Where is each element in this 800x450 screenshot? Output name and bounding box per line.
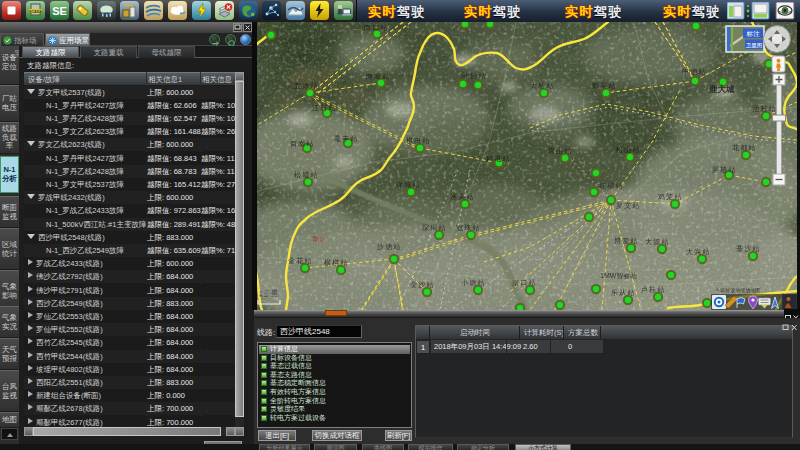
svg-text:金沙站: 金沙站 <box>410 281 435 289</box>
svg-text:松山站: 松山站 <box>616 146 641 154</box>
svg-text:罗格站: 罗格站 <box>712 166 737 174</box>
svg-text:甲池站: 甲池站 <box>682 68 707 76</box>
svg-text:保城站: 保城站 <box>396 181 421 189</box>
svg-text:乐从站: 乐从站 <box>611 289 636 297</box>
svg-text:鹅寨站: 鹅寨站 <box>592 81 617 90</box>
svg-text:金花站: 金花站 <box>288 257 313 265</box>
svg-text:横棋站: 横棋站 <box>324 259 349 267</box>
svg-text:洲美站: 洲美站 <box>450 193 475 201</box>
svg-text:叶协站: 叶协站 <box>462 72 487 80</box>
svg-text:博爱站: 博爱站 <box>614 237 639 245</box>
svg-text:鸡笼站: 鸡笼站 <box>657 193 683 201</box>
svg-text:卫星图: 卫星图 <box>746 42 763 49</box>
svg-text:活村站: 活村站 <box>752 105 777 113</box>
svg-text:基沙站: 基沙站 <box>736 245 761 253</box>
svg-text:SCADA: SCADA <box>29 10 42 14</box>
svg-text:SE: SE <box>52 5 67 17</box>
svg-text:两口站: 两口站 <box>364 24 389 32</box>
svg-text:百南站: 百南站 <box>290 140 315 148</box>
svg-text:滘口站: 滘口站 <box>512 279 537 287</box>
svg-text:花都站: 花都站 <box>732 144 757 152</box>
svg-text:✎鼠标滚动缩放地图: ✎鼠标滚动缩放地图 <box>716 287 760 294</box>
svg-text:两草站: 两草站 <box>366 73 391 81</box>
svg-text:棋田站: 棋田站 <box>406 137 431 145</box>
svg-text:青山: 青山 <box>312 236 324 242</box>
svg-text:卢桂站: 卢桂站 <box>641 286 666 294</box>
svg-text:1MW智睿站: 1MW智睿站 <box>600 272 637 280</box>
svg-text:沙塘站: 沙塘站 <box>377 243 402 251</box>
svg-text:松墟站: 松墟站 <box>294 171 319 179</box>
svg-text:小塘站: 小塘站 <box>461 279 486 287</box>
svg-text:鹿大城: 鹿大城 <box>708 84 735 94</box>
svg-text:大兴站: 大兴站 <box>686 248 711 256</box>
svg-text:冠珠站: 冠珠站 <box>456 224 481 232</box>
svg-text:大桥站: 大桥站 <box>530 82 555 90</box>
svg-text:科电站: 科电站 <box>486 155 511 163</box>
svg-text:亳丰站: 亳丰站 <box>334 135 359 143</box>
svg-text:江村站: 江村站 <box>312 104 337 112</box>
svg-text:五沐站: 五沐站 <box>294 82 319 90</box>
svg-text:罗文站: 罗文站 <box>616 201 641 210</box>
svg-text:2公里: 2公里 <box>259 289 279 298</box>
svg-text:大源站: 大源站 <box>645 238 670 246</box>
svg-text:深圳站: 深圳站 <box>422 224 447 232</box>
svg-text:青山站: 青山站 <box>548 147 573 155</box>
svg-text:标注: 标注 <box>746 30 761 38</box>
svg-text:红棉站: 红棉站 <box>599 182 624 190</box>
